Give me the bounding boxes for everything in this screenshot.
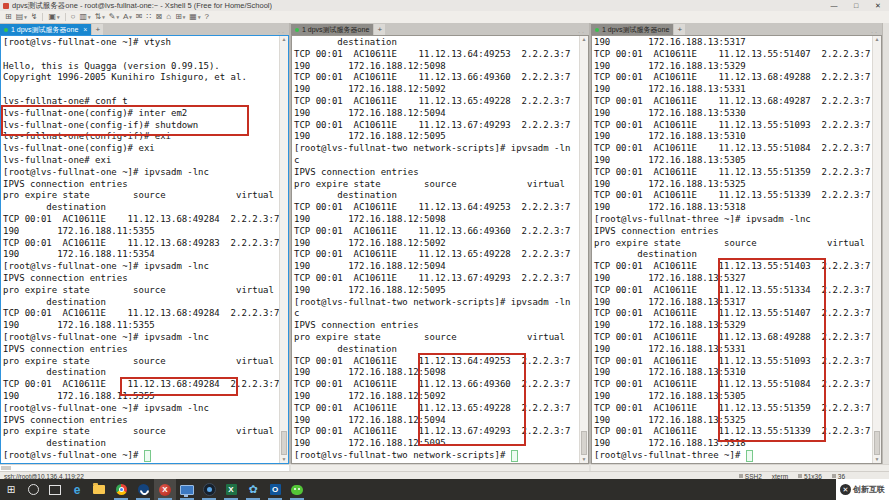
dropdown-caret-icon[interactable]: ▾	[24, 14, 27, 20]
chrome-icon	[116, 484, 127, 495]
excel-icon: X	[226, 484, 237, 495]
tab-bar-right: 1 dpvs测试服务器one + ··	[591, 23, 882, 35]
scroll-thumb[interactable]	[281, 431, 287, 455]
outlook-icon: O	[270, 484, 281, 495]
close-button[interactable]: ✕	[867, 0, 889, 11]
bottom-scroll-strip	[0, 464, 889, 471]
terminal-right[interactable]: 190 172.16.188.13:5317 TCP 00:01 AC10611…	[591, 35, 882, 464]
scroll-thumb[interactable]	[1, 466, 11, 470]
remote-desktop-button[interactable]	[176, 479, 198, 500]
scroll-down-icon[interactable]: ▼	[580, 456, 588, 463]
terminal-pane-right: 1 dpvs测试服务器one + ·· 190 172.16.188.13:53…	[591, 23, 882, 464]
encoding-icon[interactable]: A▾	[121, 11, 134, 23]
new-tab-button[interactable]: +	[674, 24, 685, 35]
start-button[interactable]: ⊞	[0, 479, 22, 500]
xshell-button[interactable]: X	[154, 479, 176, 500]
scroll-thumb[interactable]	[581, 431, 587, 455]
search-button[interactable]	[22, 479, 44, 500]
minimize-button[interactable]: —	[823, 0, 845, 11]
edge-icon: e	[74, 484, 81, 496]
dropdown-caret-icon[interactable]: ▾	[183, 14, 186, 20]
scroll-up-icon[interactable]: ▲	[873, 36, 881, 43]
tab-bar-middle: 1 dpvs测试服务器one + ··	[291, 23, 589, 35]
scrollbar-vertical[interactable]: ▲ ▼	[279, 36, 288, 463]
tab-label: 1 dpvs测试服务器one	[302, 25, 369, 35]
dropdown-caret-icon[interactable]: ▾	[116, 14, 119, 20]
compose-icon[interactable]: ✉	[134, 11, 145, 23]
tab-close-icon[interactable]: ×	[83, 26, 87, 33]
new-file-icon[interactable]: ✎▾	[107, 11, 121, 23]
taskbar: ⊞ e X X ✿ O	[0, 479, 889, 500]
toolbar-separator	[65, 13, 66, 21]
file-explorer-icon	[93, 485, 105, 494]
task-view-button[interactable]	[44, 479, 66, 500]
tile-glyph: ∷	[146, 11, 151, 23]
dropdown-caret-icon[interactable]: ▾	[57, 14, 60, 20]
task-view-icon	[49, 485, 61, 495]
media-player-button[interactable]	[198, 479, 220, 500]
scrollbar-vertical[interactable]: ▲ ▼	[872, 36, 881, 463]
lock-icon[interactable]: ⊠	[154, 11, 165, 23]
duplicate-session-icon[interactable]: ▣▾	[46, 11, 61, 23]
browser-button[interactable]	[132, 479, 154, 500]
connected-dot-icon	[295, 28, 299, 32]
terminal-middle[interactable]: destination TCP 00:01 AC10611E 11.12.13.…	[291, 35, 589, 464]
title-bar[interactable]: dpvs测试服务器one - root@lvs-fullnat-one:~ - …	[0, 0, 889, 11]
reconnect-icon[interactable]: ↯	[29, 11, 40, 23]
find-glyph: ○	[71, 11, 76, 23]
tab-session-left[interactable]: 1 dpvs测试服务器one ×	[0, 24, 91, 35]
print-icon[interactable]: ▥▾	[77, 11, 92, 23]
help-icon[interactable]: ?	[202, 11, 210, 23]
connected-dot-icon	[595, 28, 599, 32]
maximize-button[interactable]: □	[845, 0, 867, 11]
record-icon[interactable]: ▦▾	[187, 11, 202, 23]
tab-session-middle[interactable]: 1 dpvs测试服务器one	[291, 24, 373, 35]
terminal-pane-left: 1 dpvs测试服务器one × + ·· [root@lvs-fullnat-…	[0, 23, 289, 464]
terminal-cursor	[746, 450, 753, 462]
terminal-left[interactable]: [root@lvs-fullnat-one ~]# vtysh Hello, t…	[0, 35, 289, 464]
wechat-button[interactable]	[286, 479, 308, 500]
new-session-icon[interactable]: ⊞	[3, 11, 14, 23]
help-glyph: ?	[204, 11, 208, 23]
chrome-button[interactable]	[110, 479, 132, 500]
remote-tool-button[interactable]: ✿	[242, 479, 264, 500]
computer-icon	[180, 485, 194, 495]
reconnect-glyph: ↯	[31, 11, 38, 23]
media-player-icon	[203, 483, 216, 496]
terminal-pane-middle: 1 dpvs测试服务器one + ·· destination TCP 00:0…	[291, 23, 589, 464]
new-tab-button[interactable]: +	[374, 24, 385, 35]
count-icon	[832, 474, 836, 478]
find-icon[interactable]: ○	[69, 11, 78, 23]
dropdown-caret-icon[interactable]: ▾	[102, 14, 105, 20]
duplicate-glyph: ▣	[48, 11, 56, 23]
record-glyph: ▦	[189, 11, 197, 23]
new-tab-button[interactable]: +	[92, 24, 103, 35]
scroll-up-icon[interactable]: ▲	[280, 36, 288, 43]
scroll-up-icon[interactable]: ▲	[580, 36, 588, 43]
open-session-icon[interactable]: ▤▾	[14, 11, 29, 23]
scroll-thumb[interactable]	[874, 431, 880, 455]
scroll-down-icon[interactable]: ▼	[280, 456, 288, 463]
outlook-button[interactable]: O	[264, 479, 286, 500]
encoding-glyph: A	[123, 11, 128, 23]
excel-button[interactable]: X	[220, 479, 242, 500]
file-explorer-button[interactable]	[88, 479, 110, 500]
compose-glyph: ✉	[136, 11, 143, 23]
dropdown-caret-icon[interactable]: ▾	[198, 14, 201, 20]
folder-icon[interactable]: ⌂	[164, 11, 173, 23]
scrollbar-vertical[interactable]: ▲ ▼	[579, 36, 588, 463]
tile-icon[interactable]: ∷	[144, 11, 153, 23]
tab-session-right[interactable]: 1 dpvs测试服务器one	[591, 24, 673, 35]
terminal-output-right: 190 172.16.188.13:5317 TCP 00:01 AC10611…	[592, 36, 881, 462]
tab-label: 1 dpvs测试服务器one	[11, 25, 78, 35]
tab-label: 1 dpvs测试服务器one	[602, 25, 669, 35]
windmill-icon: ✿	[248, 484, 257, 495]
dropdown-caret-icon[interactable]: ▾	[129, 14, 132, 20]
new-window-icon[interactable]: ⊞▾	[173, 11, 187, 23]
file-transfer-icon[interactable]: ⇅▾	[92, 11, 106, 23]
xshell-icon: X	[159, 484, 171, 496]
scroll-down-icon[interactable]: ▼	[873, 456, 881, 463]
edge-button[interactable]: e	[66, 479, 88, 500]
brand-logo-icon: ✕	[840, 484, 851, 495]
dropdown-caret-icon[interactable]: ▾	[88, 14, 91, 20]
